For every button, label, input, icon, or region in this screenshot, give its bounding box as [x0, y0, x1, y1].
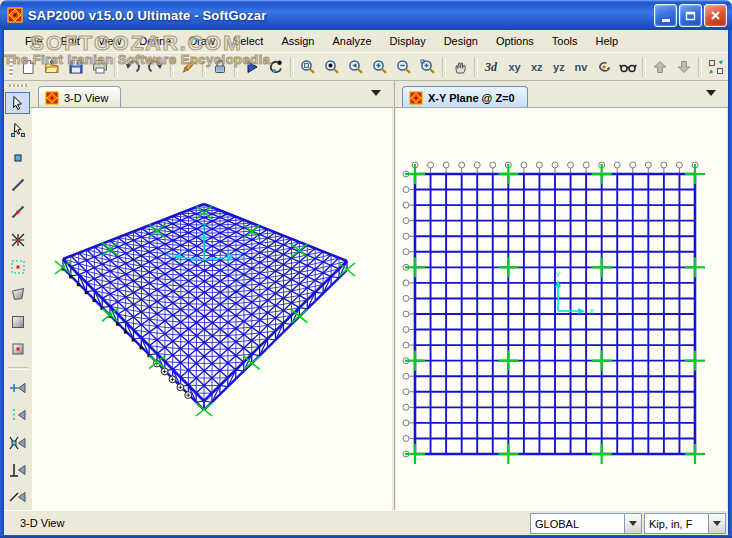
- view-xz-button[interactable]: xz: [526, 55, 548, 80]
- select-pointer-button[interactable]: [5, 92, 30, 113]
- 3d-view-tabbar: 3-D View: [31, 81, 393, 108]
- quick-draw-secondary-beams-button[interactable]: [5, 256, 30, 277]
- coord-system-select[interactable]: GLOBAL: [530, 513, 642, 534]
- status-view-label: 3-D View: [20, 517, 64, 529]
- draw-frame-button[interactable]: [5, 174, 30, 195]
- previous-zoom-button[interactable]: [344, 55, 368, 80]
- zoom-extents-button[interactable]: [416, 55, 440, 80]
- coord-system-dropdown-button[interactable]: [624, 514, 641, 533]
- close-button[interactable]: [704, 4, 727, 27]
- restore-full-view-button[interactable]: [320, 55, 344, 80]
- snap-perpendicular-icon: [9, 462, 27, 478]
- menu-item-help[interactable]: Help: [587, 32, 628, 50]
- snap-to-intersections-button[interactable]: [5, 432, 30, 453]
- pan-hand-icon: [452, 59, 468, 75]
- new-page-icon: [20, 59, 36, 75]
- view-tab-dropdown-arrow[interactable]: [371, 90, 381, 96]
- view-tab-dropdown-arrow[interactable]: [706, 90, 716, 96]
- plan-view-canvas[interactable]: YX: [396, 108, 727, 511]
- lock-icon: [212, 59, 228, 75]
- animate-button[interactable]: [264, 55, 288, 80]
- minimize-button[interactable]: [654, 4, 677, 27]
- zoom-in-button[interactable]: [368, 55, 392, 80]
- redo-button[interactable]: [144, 55, 168, 80]
- zoom-window-icon: [300, 59, 316, 75]
- maximize-button[interactable]: [679, 4, 702, 27]
- view-xy-button[interactable]: xy: [504, 55, 526, 80]
- run-analysis-button[interactable]: [240, 55, 264, 80]
- 3d-view-icon: 3d: [483, 59, 501, 75]
- plan-view-tabbar: X-Y Plane @ Z=0: [395, 81, 728, 108]
- tab-3d-view[interactable]: 3-D View: [38, 86, 121, 108]
- rotate-3d-view-button[interactable]: [592, 55, 616, 80]
- open-file-button[interactable]: [40, 55, 64, 80]
- menu-item-assign[interactable]: Assign: [272, 32, 323, 50]
- menu-item-select[interactable]: Select: [224, 32, 273, 50]
- view-yz-button[interactable]: yz: [548, 55, 570, 80]
- zoom-extents-icon: [420, 59, 436, 75]
- menu-item-design[interactable]: Design: [435, 32, 487, 50]
- sap-model-icon: [409, 91, 423, 105]
- tab-xy-plane[interactable]: X-Y Plane @ Z=0: [402, 86, 528, 108]
- menu-item-edit[interactable]: Edit: [52, 32, 89, 50]
- perspective-toggle-button[interactable]: [616, 55, 640, 80]
- menu-item-options[interactable]: Options: [487, 32, 543, 50]
- title-bar[interactable]: SAP2000 v15.0.0 Ultimate - SoftGozar: [0, 0, 732, 30]
- pointer-arrow-icon: [10, 95, 26, 111]
- braces-icon: [10, 232, 26, 248]
- snap-to-perpendicular-button[interactable]: [5, 459, 30, 480]
- chevron-down-icon: [713, 521, 721, 526]
- minimize-icon: [662, 19, 670, 22]
- printer-icon: [92, 59, 108, 75]
- toolbar-separator: [442, 57, 446, 77]
- quick-draw-area-button[interactable]: [5, 338, 30, 359]
- snap-joints-icon: [9, 380, 27, 396]
- snap-to-midpoints-button[interactable]: [5, 405, 30, 426]
- menu-item-analyze[interactable]: Analyze: [323, 32, 380, 50]
- open-folder-icon: [44, 59, 60, 75]
- view-3d-button[interactable]: 3d: [480, 55, 504, 80]
- side-toolbar-gripper[interactable]: [9, 84, 27, 87]
- menu-item-tools[interactable]: Tools: [543, 32, 587, 50]
- toolbar-separator: [170, 57, 174, 77]
- units-select[interactable]: Kip, in, F: [644, 513, 726, 534]
- quick-draw-frame-button[interactable]: [5, 202, 30, 223]
- toolbar-gripper[interactable]: [9, 57, 13, 77]
- snap-to-joints-button[interactable]: [5, 377, 30, 398]
- reshape-object-button[interactable]: [5, 120, 30, 141]
- draw-poly-area-button[interactable]: [5, 284, 30, 305]
- secondary-beams-icon: [10, 259, 26, 275]
- menu-item-view[interactable]: View: [89, 32, 131, 50]
- move-down-button[interactable]: [672, 55, 696, 80]
- draw-rect-area-button[interactable]: [5, 311, 30, 332]
- svg-text:Z: Z: [202, 222, 207, 231]
- edit-pencil-button[interactable]: [176, 55, 200, 80]
- object-shrink-toggle-button[interactable]: [704, 55, 728, 80]
- zoom-out-button[interactable]: [392, 55, 416, 80]
- new-model-button[interactable]: [16, 55, 40, 80]
- menu-item-display[interactable]: Display: [381, 32, 435, 50]
- rubber-band-zoom-button[interactable]: [296, 55, 320, 80]
- save-button[interactable]: [64, 55, 88, 80]
- snap-to-lines-button[interactable]: [5, 487, 30, 508]
- pan-button[interactable]: [448, 55, 472, 80]
- menu-bar: File Edit View Define Draw Select Assign…: [4, 30, 728, 52]
- 3d-view-canvas[interactable]: ZXY: [32, 108, 392, 511]
- menu-item-draw[interactable]: Draw: [180, 32, 224, 50]
- rotate-arrow-icon: [268, 59, 284, 75]
- print-button[interactable]: [88, 55, 112, 80]
- menu-item-file[interactable]: File: [16, 32, 52, 50]
- main-toolbar: 3d xy xz yz nv: [4, 52, 728, 81]
- zoom-full-icon: [324, 59, 340, 75]
- menu-item-define[interactable]: Define: [130, 32, 180, 50]
- lock-button[interactable]: [208, 55, 232, 80]
- svg-text:Y: Y: [166, 251, 172, 260]
- move-up-button[interactable]: [648, 55, 672, 80]
- view-nv-button[interactable]: nv: [570, 55, 592, 80]
- draw-joint-button[interactable]: [5, 147, 30, 168]
- units-dropdown-button[interactable]: [708, 514, 725, 533]
- undo-button[interactable]: [120, 55, 144, 80]
- quick-draw-braces-button[interactable]: [5, 229, 30, 250]
- frame-line-icon: [10, 177, 26, 193]
- side-toolbar: [4, 81, 31, 511]
